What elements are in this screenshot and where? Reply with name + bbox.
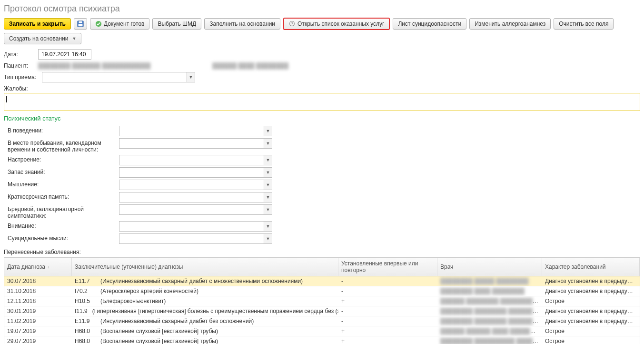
status-row: Суицидальные мысли:▼ xyxy=(8,233,640,244)
status-label: Внимание: xyxy=(8,221,119,229)
status-combo[interactable]: ▼ xyxy=(119,221,272,232)
table-row[interactable]: 19.07.2019H68.0(Воспаление слуховой [евс… xyxy=(4,326,640,336)
th-ust[interactable]: Установленные впервые или повторно xyxy=(338,258,437,276)
status-input[interactable] xyxy=(119,138,264,149)
status-row: Мышление:▼ xyxy=(8,180,640,190)
cell-date: 29.07.2019 xyxy=(4,336,72,344)
status-combo[interactable]: ▼ xyxy=(119,126,272,136)
cell-doc: ████████ ████ ████████ xyxy=(437,286,542,296)
table-header: Дата диагноза ↓ Заключительные (уточненн… xyxy=(4,258,640,276)
status-input[interactable] xyxy=(119,192,264,202)
diag-code: H10.5 xyxy=(75,298,96,304)
status-input[interactable] xyxy=(119,167,264,178)
check-icon xyxy=(95,20,102,27)
cell-doc: ████████ ████████ ██████████████ xyxy=(437,306,542,316)
clear-all-button[interactable]: Очистить все поля xyxy=(554,18,614,30)
status-drop[interactable]: ▼ xyxy=(264,192,272,202)
cell-ust: - xyxy=(338,276,437,286)
change-allergo-button[interactable]: Изменить аллергоанамнез xyxy=(469,18,551,30)
status-combo[interactable]: ▼ xyxy=(119,138,272,149)
cell-date: 31.10.2018 xyxy=(4,286,72,296)
th-date[interactable]: Дата диагноза ↓ xyxy=(4,258,72,276)
status-combo[interactable]: ▼ xyxy=(119,233,272,244)
cell-doc: ██████ ██████ ████ ██████████ xyxy=(437,326,542,336)
status-combo[interactable]: ▼ xyxy=(119,204,272,215)
diag-name: (Атеросклероз артерий конечностей) xyxy=(100,288,198,294)
doc-ready-label: Документ готов xyxy=(104,20,145,27)
status-row: Запас знаний:▼ xyxy=(8,167,640,178)
status-input[interactable] xyxy=(119,233,264,244)
status-label: Мышление: xyxy=(8,180,119,188)
status-row: В поведении:▼ xyxy=(8,126,640,136)
doc-value: ████████ ████████ ██████████ xyxy=(440,318,542,324)
cell-doc: ████████ ████████ ██████████ xyxy=(437,316,542,326)
diseases-table: Дата диагноза ↓ Заключительные (уточненн… xyxy=(4,257,640,344)
status-combo[interactable]: ▼ xyxy=(119,192,272,202)
cell-date: 30.07.2018 xyxy=(4,276,72,286)
type-label: Тип приема: xyxy=(4,74,37,81)
status-drop[interactable]: ▼ xyxy=(264,155,272,165)
suicide-sheet-button[interactable]: Лист суицидоопасности xyxy=(393,18,466,30)
create-basis-label: Создать на основании xyxy=(9,35,69,42)
table-row[interactable]: 30.01.2019I11.9(Гипертензивная [гипертон… xyxy=(4,306,640,316)
cell-date: 12.11.2018 xyxy=(4,296,72,306)
table-row[interactable]: 31.10.2018I70.2(Атеросклероз артерий кон… xyxy=(4,286,640,296)
cell-ust: + xyxy=(338,336,437,344)
diag-code: E11.7 xyxy=(75,278,96,284)
save-icon xyxy=(77,20,84,27)
status-input[interactable] xyxy=(119,180,264,190)
diag-name: (Блефароконъюнктивит) xyxy=(100,298,166,304)
status-combo[interactable]: ▼ xyxy=(119,155,272,165)
th-diag[interactable]: Заключительные (уточненные) диагнозы xyxy=(72,258,338,276)
status-drop[interactable]: ▼ xyxy=(264,126,272,136)
complaints-textarea[interactable] xyxy=(4,93,640,111)
status-input[interactable] xyxy=(119,221,264,232)
status-drop[interactable]: ▼ xyxy=(264,204,272,215)
status-label: Суицидальные мысли: xyxy=(8,233,119,242)
sort-icon: ↓ xyxy=(47,264,50,269)
status-drop[interactable]: ▼ xyxy=(264,221,272,232)
cell-diag: H68.0(Воспаление слуховой [евстахиевой] … xyxy=(72,336,338,344)
table-row[interactable]: 12.11.2018H10.5(Блефароконъюнктивит)+███… xyxy=(4,296,640,306)
patient-extra: ██████ ████ ████████ xyxy=(212,62,288,69)
cell-char: Острое xyxy=(542,336,640,344)
status-drop[interactable]: ▼ xyxy=(264,233,272,244)
cell-diag: E11.7(Инсулиннезависимый сахарный диабет… xyxy=(72,276,338,286)
type-input[interactable] xyxy=(42,72,187,82)
status-drop[interactable]: ▼ xyxy=(264,180,272,190)
cell-char: Острое xyxy=(542,326,640,336)
doc-value: ████████ ████████ ██████████████ xyxy=(440,308,542,314)
svg-text:?: ? xyxy=(291,21,293,26)
status-input[interactable] xyxy=(119,204,264,215)
fill-basis-button[interactable]: Заполнить на основании xyxy=(204,18,280,30)
status-input[interactable] xyxy=(119,155,264,165)
status-input[interactable] xyxy=(119,126,264,136)
status-drop[interactable]: ▼ xyxy=(264,138,272,149)
type-combo[interactable]: ▼ xyxy=(42,72,195,82)
cell-char: Диагноз установлен в предыдущем го… xyxy=(542,316,640,326)
open-services-button[interactable]: ? Открыть список оказанных услуг xyxy=(283,18,390,30)
save-button[interactable] xyxy=(74,18,87,30)
cell-char: Диагноз установлен в предыдущем го… xyxy=(542,286,640,296)
status-drop[interactable]: ▼ xyxy=(264,167,272,178)
status-row: Бредовой, галлюцинаторной симптоматики:▼ xyxy=(8,204,640,219)
save-close-button[interactable]: Записать и закрыть xyxy=(4,18,71,30)
diag-code: I70.2 xyxy=(75,288,96,294)
psych-status-title: Психический статус xyxy=(4,115,640,122)
create-basis-button[interactable]: Создать на основании ▼ xyxy=(4,33,81,44)
status-combo[interactable]: ▼ xyxy=(119,167,272,178)
diag-name: (Воспаление слуховой [евстахиевой] трубы… xyxy=(100,338,218,344)
table-row[interactable]: 11.02.2019E11.9(Инсулиннезависимый сахар… xyxy=(4,316,640,326)
status-combo[interactable]: ▼ xyxy=(119,180,272,190)
th-char[interactable]: Характер заболеваний xyxy=(542,258,640,276)
select-shmd-button[interactable]: Выбрать ШМД xyxy=(152,18,201,30)
table-row[interactable]: 29.07.2019H68.0(Воспаление слуховой [евс… xyxy=(4,336,640,344)
th-doc[interactable]: Врач xyxy=(437,258,542,276)
table-row[interactable]: 30.07.2018E11.7(Инсулиннезависимый сахар… xyxy=(4,276,640,286)
doc-ready-button[interactable]: Документ готов xyxy=(90,18,150,30)
date-input[interactable] xyxy=(38,49,91,60)
chevron-down-icon: ▼ xyxy=(72,36,77,41)
status-label: В поведении: xyxy=(8,126,119,134)
type-drop[interactable]: ▼ xyxy=(187,72,195,82)
patient-value: ████████ ███████ ████████████ xyxy=(38,62,150,69)
